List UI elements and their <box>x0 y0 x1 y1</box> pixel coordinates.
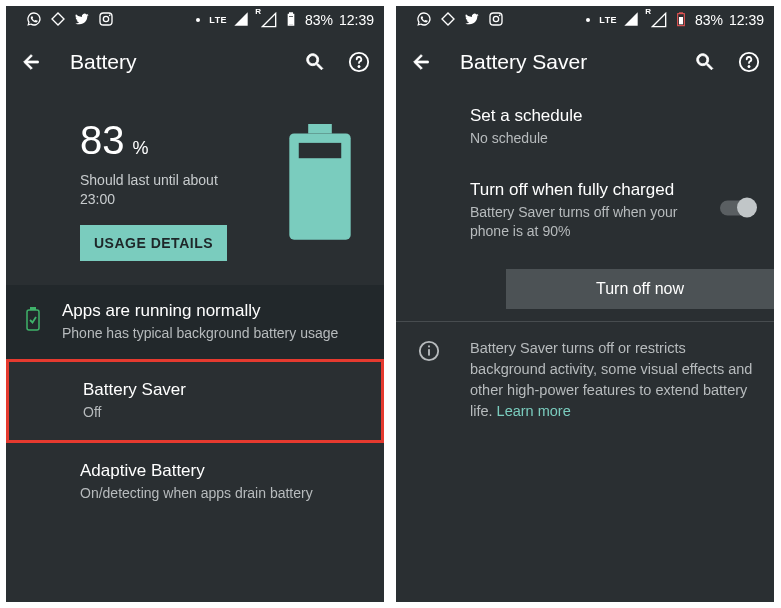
apps-running-sub: Phone has typical background battery usa… <box>62 324 368 343</box>
learn-more-link[interactable]: Learn more <box>497 403 571 419</box>
battery-status-icon <box>283 11 299 30</box>
signal-icon <box>233 11 249 30</box>
info-row: Battery Saver turns off or restricts bac… <box>396 322 774 438</box>
tag-icon <box>440 11 456 30</box>
app-bar: Battery <box>6 34 384 90</box>
battery-percent-number: 83 <box>80 118 125 163</box>
help-icon[interactable] <box>348 51 370 73</box>
set-schedule-row[interactable]: Set a schedule No schedule <box>396 90 774 164</box>
set-schedule-title: Set a schedule <box>470 106 754 126</box>
whatsapp-icon <box>26 11 42 30</box>
status-bar: LTE R 83% 12:39 <box>6 6 384 34</box>
battery-pct-text: 83% <box>305 12 333 28</box>
svg-point-5 <box>358 65 360 67</box>
battery-graphic-icon <box>282 124 358 242</box>
battery-pct-text: 83% <box>695 12 723 28</box>
page-title: Battery <box>70 50 137 74</box>
svg-point-13 <box>499 14 501 16</box>
svg-rect-15 <box>679 12 683 13</box>
svg-point-18 <box>748 65 750 67</box>
svg-rect-8 <box>299 143 341 158</box>
battery-estimate: Should last until about 23:00 <box>80 171 250 209</box>
search-icon[interactable] <box>304 51 326 73</box>
svg-rect-9 <box>27 310 39 330</box>
svg-rect-3 <box>289 17 293 24</box>
clock-text: 12:39 <box>339 12 374 28</box>
instagram-icon <box>98 11 114 30</box>
signal-icon <box>623 11 639 30</box>
svg-rect-16 <box>679 17 683 24</box>
back-icon[interactable] <box>20 51 42 73</box>
turn-off-full-row[interactable]: Turn off when fully charged Battery Save… <box>396 164 774 257</box>
screen-battery: LTE R 83% 12:39 Battery 83 % Should last… <box>6 6 384 602</box>
adaptive-battery-sub: On/detecting when apps drain battery <box>80 484 368 503</box>
turn-off-full-title: Turn off when fully charged <box>470 180 690 200</box>
usage-details-button[interactable]: USAGE DETAILS <box>80 225 227 261</box>
whatsapp-icon <box>416 11 432 30</box>
search-icon[interactable] <box>694 51 716 73</box>
svg-rect-10 <box>30 307 36 310</box>
turn-off-now-button[interactable]: Turn off now <box>506 269 774 309</box>
battery-hero: 83 % Should last until about 23:00 USAGE… <box>6 90 384 279</box>
back-icon[interactable] <box>410 51 432 73</box>
tag-icon <box>50 11 66 30</box>
roaming-signal-icon: R <box>645 12 667 28</box>
status-dot <box>586 18 590 22</box>
lte-label: LTE <box>599 15 617 25</box>
apps-running-panel[interactable]: Apps are running normally Phone has typi… <box>6 285 384 359</box>
svg-point-2 <box>109 14 111 16</box>
turn-off-full-sub: Battery Saver turns off when your phone … <box>470 203 690 241</box>
apps-running-title: Apps are running normally <box>62 301 368 321</box>
svg-rect-6 <box>308 124 332 133</box>
help-icon[interactable] <box>738 51 760 73</box>
status-bar: LTE R 83% 12:39 <box>396 6 774 34</box>
battery-ok-icon <box>26 307 40 335</box>
status-dot <box>196 18 200 22</box>
battery-saver-sub: Off <box>83 403 365 422</box>
page-title: Battery Saver <box>460 50 587 74</box>
twitter-icon <box>464 11 480 30</box>
info-icon <box>418 340 440 368</box>
set-schedule-sub: No schedule <box>470 129 754 148</box>
svg-point-12 <box>493 16 498 21</box>
svg-rect-21 <box>428 345 430 347</box>
svg-rect-20 <box>428 349 430 355</box>
adaptive-battery-title: Adaptive Battery <box>80 461 368 481</box>
battery-saver-title: Battery Saver <box>83 380 365 400</box>
app-bar: Battery Saver <box>396 34 774 90</box>
adaptive-battery-item[interactable]: Adaptive Battery On/detecting when apps … <box>6 443 384 521</box>
roaming-signal-icon: R <box>255 12 277 28</box>
battery-status-icon <box>673 11 689 30</box>
instagram-icon <box>488 11 504 30</box>
battery-percent-sign: % <box>133 138 149 159</box>
clock-text: 12:39 <box>729 12 764 28</box>
screen-battery-saver: LTE R 83% 12:39 Battery Saver Set a sche… <box>396 6 774 602</box>
battery-saver-item[interactable]: Battery Saver Off <box>6 359 384 443</box>
lte-label: LTE <box>209 15 227 25</box>
turn-off-full-toggle[interactable] <box>720 201 754 220</box>
twitter-icon <box>74 11 90 30</box>
svg-point-1 <box>103 16 108 21</box>
